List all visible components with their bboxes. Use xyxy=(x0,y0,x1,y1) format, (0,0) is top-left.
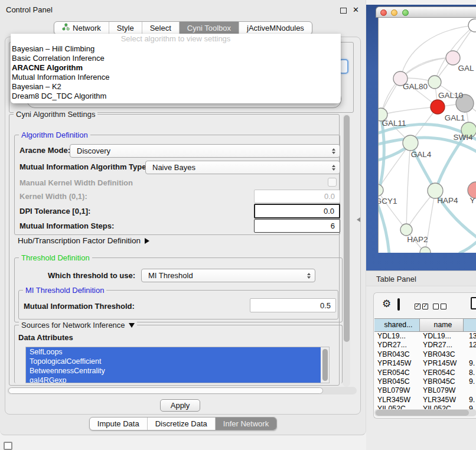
columns-icon[interactable] xyxy=(397,298,400,311)
table-row[interactable]: YBR045CYBR045C9. xyxy=(374,377,476,386)
spinner-arrows-icon[interactable] xyxy=(332,165,335,171)
mi-threshold-field[interactable]: 0.5 xyxy=(250,298,336,312)
close-icon[interactable] xyxy=(353,5,359,14)
column-header-shared[interactable]: shared... xyxy=(374,319,420,331)
table-row[interactable]: YER054CYER054C8. xyxy=(374,369,476,377)
table-row[interactable]: YLR345WYLR345W9. xyxy=(374,396,476,405)
deselect-all-icon[interactable] xyxy=(433,301,448,312)
aracne-mode-value: Discovery xyxy=(77,146,110,155)
manual-kernel-checkbox[interactable] xyxy=(328,178,337,187)
tab-network[interactable]: Network xyxy=(54,22,109,34)
checked-box-icon xyxy=(422,304,428,309)
settings-vertical-scrollbar[interactable] xyxy=(343,114,350,387)
sources-title[interactable]: Sources for Network Inference xyxy=(19,321,137,330)
mi-steps-field[interactable]: 6 xyxy=(254,219,340,233)
table-cell xyxy=(464,350,476,359)
table-row[interactable]: YDR27...YDR27...12 xyxy=(374,341,476,350)
table-panel-titlebar: Table Panel xyxy=(366,270,476,286)
network-node[interactable] xyxy=(420,247,431,253)
table-row[interactable]: YBL079WYBL079W xyxy=(374,386,476,395)
tab-impute-data[interactable]: Impute Data xyxy=(90,418,147,430)
which-threshold-value: MI Threshold xyxy=(148,271,193,280)
aracne-mode-combo[interactable]: Discovery xyxy=(70,144,340,158)
table-row[interactable]: YIL052CYIL052C9. xyxy=(374,405,476,409)
network-node-gal4[interactable] xyxy=(403,135,418,151)
network-node-gal10[interactable] xyxy=(428,76,441,89)
table-hscroll-thumb[interactable] xyxy=(376,410,469,416)
table-panel-body: shared...name YDL19...YDL19...13YDR27...… xyxy=(366,287,476,450)
table-cell: YBR045C xyxy=(420,377,464,386)
table-rows: YDL19...YDL19...13YDR27...YDR27...12YBR0… xyxy=(374,332,476,409)
top-tabs: NetworkStyleSelectCyni ToolboxjActiveMNo… xyxy=(54,21,312,35)
gear-icon[interactable] xyxy=(382,298,391,310)
panel-splitter-arrow-icon[interactable] xyxy=(357,217,360,222)
table-cell: 9. xyxy=(464,396,476,405)
hub-transcription-section-toggle[interactable]: Hub/Transcription Factor Definition xyxy=(18,236,149,245)
column-header-clipped[interactable] xyxy=(464,319,476,331)
attributes-scroll-thumb[interactable] xyxy=(322,349,328,381)
spinner-arrows-icon[interactable] xyxy=(332,148,335,154)
network-graph[interactable]: GALGAL80GAL10GAL1GAL11SWI4GAL4GCY1HAP4YH… xyxy=(379,18,476,253)
network-edge[interactable] xyxy=(460,236,476,253)
network-node-hap2[interactable] xyxy=(400,224,412,236)
table-cell: YDL19... xyxy=(420,332,464,341)
network-node-gal1[interactable] xyxy=(431,100,445,114)
network-node-gal[interactable] xyxy=(446,51,460,65)
float-window-icon[interactable] xyxy=(340,8,347,14)
attributes-scrollbar[interactable] xyxy=(321,347,329,383)
algorithm-popup-prompt: Select algorithm to view settings xyxy=(11,34,341,44)
select-all-icon[interactable] xyxy=(415,301,430,312)
network-view-canvas[interactable]: GALGAL80GAL10GAL1GAL11SWI4GAL4GCY1HAP4YH… xyxy=(378,18,476,253)
network-edge[interactable] xyxy=(406,143,410,230)
table-row[interactable]: YPR145WYPR145W9. xyxy=(374,359,476,368)
spinner-arrows-icon[interactable] xyxy=(307,273,311,279)
close-traffic-light-icon[interactable] xyxy=(380,9,387,16)
network-window-titlebar[interactable] xyxy=(376,6,476,18)
data-attributes-list[interactable]: SelfLoopsTopologicalCoefficientBetweenne… xyxy=(25,347,330,383)
attribute-item-gal4rgexp[interactable]: gal4RGexp xyxy=(26,376,321,383)
bottom-tabs: Impute DataDiscretize DataInfer Network xyxy=(89,417,277,431)
network-edge[interactable] xyxy=(381,107,438,115)
zoom-traffic-light-icon[interactable] xyxy=(402,9,409,16)
tab-label: Impute Data xyxy=(97,418,139,430)
tab-select[interactable]: Select xyxy=(142,22,179,34)
tab-cyni-toolbox[interactable]: Cyni Toolbox xyxy=(179,22,239,34)
tab-jactivemnodules[interactable]: jActiveMNodules xyxy=(239,22,312,34)
algorithm-option-dream8-dc-tdc-algorithm[interactable]: Dream8 DC_TDC Algorithm xyxy=(11,92,341,101)
attribute-item-betweennesscentrality[interactable]: BetweennessCentrality xyxy=(26,366,321,376)
attribute-item-selfloops[interactable]: SelfLoops xyxy=(26,347,321,357)
float-dock-icon[interactable] xyxy=(4,442,12,450)
document-icon[interactable] xyxy=(471,297,476,309)
algorithm-option-aracne-algorithm[interactable]: ARACNE Algorithm xyxy=(11,63,341,73)
minimize-traffic-light-icon[interactable] xyxy=(391,9,397,16)
tab-discretize-data[interactable]: Discretize Data xyxy=(147,418,215,430)
which-threshold-combo[interactable]: MI Threshold xyxy=(141,269,315,282)
network-node-gcy1[interactable] xyxy=(379,184,383,196)
table-cell: YDR27... xyxy=(420,341,464,350)
column-header-name[interactable]: name xyxy=(420,319,464,331)
algorithm-option-mutual-information-inference[interactable]: Mutual Information Inference xyxy=(11,73,341,82)
tab-style[interactable]: Style xyxy=(109,22,142,34)
control-panel: Control Panel NetworkStyleSelectCyni Too… xyxy=(0,0,366,435)
settings-horizontal-scrollbar[interactable] xyxy=(7,387,357,394)
apply-button[interactable]: Apply xyxy=(160,399,200,412)
algorithm-option-bayesian-hill-climbing[interactable]: Bayesian – Hill Climbing xyxy=(11,44,341,54)
settings-vscroll-thumb[interactable] xyxy=(344,115,350,342)
tab-infer-network[interactable]: Infer Network xyxy=(215,418,276,430)
settings-hscroll-thumb[interactable] xyxy=(8,387,323,394)
tab-label: Cyni Toolbox xyxy=(187,22,231,34)
table-horizontal-scrollbar[interactable] xyxy=(374,409,476,416)
node-label-y: Y xyxy=(470,196,475,205)
table-cell: YIL052C xyxy=(374,405,420,409)
node-table[interactable]: shared...name YDL19...YDL19...13YDR27...… xyxy=(374,318,476,409)
mi-algorithm-type-combo[interactable]: Naive Bayes xyxy=(145,161,340,174)
table-row[interactable]: YDL19...YDL19...13 xyxy=(374,332,476,341)
node-label-hap2: HAP2 xyxy=(407,235,428,244)
algorithm-option-bayesian-k2[interactable]: Bayesian – K2 xyxy=(11,82,341,92)
algorithm-option-basic-correlation-inference[interactable]: Basic Correlation Inference xyxy=(11,54,341,63)
table-row[interactable]: YBR043CYBR043C xyxy=(374,350,476,359)
kernel-width-value: 0.0 xyxy=(324,192,335,201)
dpi-tolerance-field[interactable]: 0.0 xyxy=(254,204,340,219)
attribute-item-topologicalcoefficient[interactable]: TopologicalCoefficient xyxy=(26,357,321,366)
kernel-width-field[interactable]: 0.0 xyxy=(254,190,340,203)
